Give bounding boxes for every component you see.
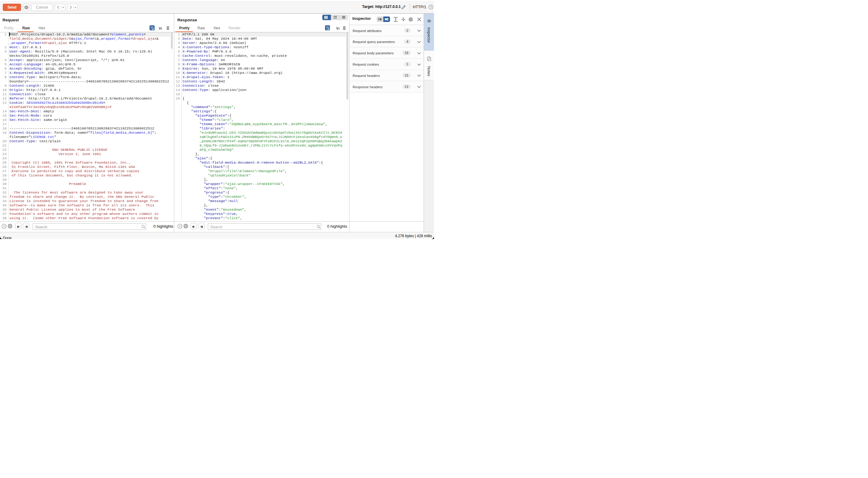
svg-text:?: ? <box>179 225 181 228</box>
svg-text:?: ? <box>3 225 5 228</box>
svg-text:?: ? <box>430 5 432 8</box>
